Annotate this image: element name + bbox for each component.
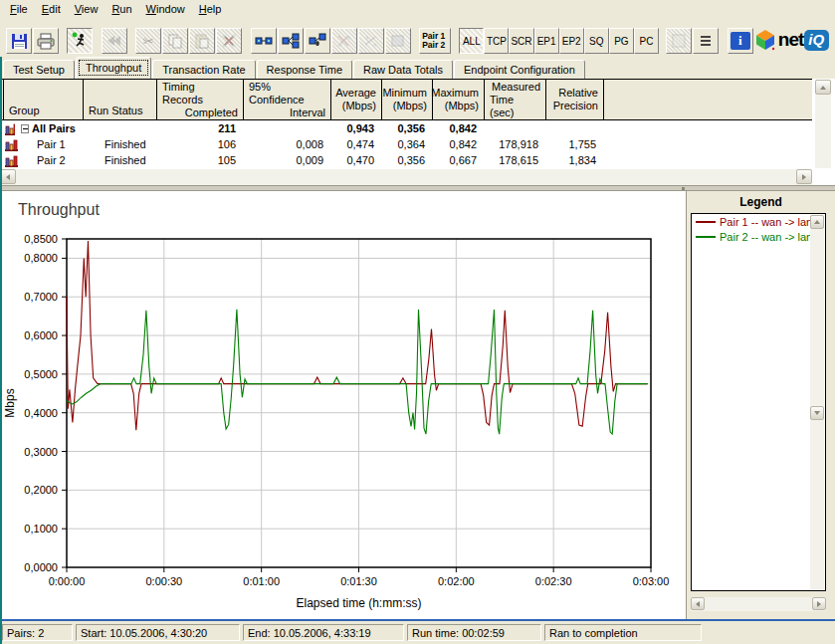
run-icon — [71, 32, 89, 50]
collapse-toggle[interactable] — [21, 124, 29, 133]
chart-row-icon — [5, 122, 15, 135]
save-button[interactable] — [6, 28, 32, 54]
results-table: Group Run Status Timing RecordsCompleted… — [0, 79, 835, 185]
tab-endpoint-configuration[interactable]: Endpoint Configuration — [454, 60, 585, 79]
toolbar: ✂ Pair 1 Pair — [0, 20, 835, 57]
svg-text:0,4000: 0,4000 — [24, 407, 58, 419]
disabled-pair-icon-2 — [363, 34, 379, 48]
svg-text:0:00:30: 0:00:30 — [145, 575, 182, 587]
status-start-time: Start: 10.05.2006, 4:30:20 — [76, 624, 240, 641]
menu-bar: File Edit View Run Window Help — [0, 0, 835, 20]
scroll-left-button[interactable] — [0, 169, 16, 184]
filter-button-pc[interactable]: PC — [634, 28, 659, 54]
chevron-left-icon — [3, 174, 10, 180]
menu-window[interactable]: Window — [139, 1, 192, 18]
column-header-group[interactable]: Group — [3, 80, 84, 119]
scroll-up-button[interactable] — [815, 80, 831, 95]
table-horizontal-scrollbar[interactable] — [0, 169, 812, 185]
tab-transaction-rate[interactable]: Transaction Rate — [152, 60, 255, 79]
menu-run[interactable]: Run — [104, 1, 138, 18]
column-header-timing-records[interactable]: Timing RecordsCompleted — [157, 80, 244, 119]
column-header-run-status[interactable]: Run Status — [84, 80, 157, 119]
tab-test-setup[interactable]: Test Setup — [3, 60, 75, 79]
run-button[interactable] — [67, 28, 93, 54]
report-view-button — [666, 28, 692, 54]
tab-response-time[interactable]: Response Time — [257, 60, 352, 79]
status-pairs: Pairs: 2 — [2, 624, 73, 641]
status-bar: Pairs: 2 Start: 10.05.2006, 4:30:20 End:… — [0, 619, 835, 644]
filter-button-all[interactable]: ALL — [459, 28, 484, 54]
filter-button-pg[interactable]: PG — [609, 28, 634, 54]
filter-button-sq[interactable]: SQ — [584, 28, 609, 54]
phone-pair-icon — [309, 33, 326, 49]
scroll-down-button[interactable] — [810, 406, 824, 420]
legend-entry[interactable]: Pair 2 -- wan -> lan — [692, 229, 825, 244]
multi-pair-icon — [282, 33, 300, 49]
legend-vertical-scrollbar[interactable] — [810, 215, 824, 589]
status-end-time: End: 10.05.2006, 4:33:19 — [243, 624, 404, 641]
column-header-maximum[interactable]: Maximum(Mbps) — [433, 80, 485, 119]
column-header-confidence[interactable]: 95% ConfidenceInterval — [244, 80, 331, 119]
filter-button-ep2[interactable]: EP2 — [559, 28, 584, 54]
legend-title: Legend — [687, 191, 835, 209]
filter-button-tcp[interactable]: TCP — [484, 28, 509, 54]
maximum-cell: 0,842 — [430, 122, 482, 134]
minimum-cell: 0,356 — [379, 154, 430, 166]
legend-horizontal-scrollbar[interactable] — [691, 597, 826, 611]
delete-button — [216, 28, 242, 54]
scroll-right-button[interactable] — [796, 169, 812, 184]
legend-entry-label: Pair 2 -- wan -> lan — [720, 231, 812, 243]
list-icon — [699, 35, 713, 47]
legend-entry[interactable]: Pair 1 -- wan -> lan — [692, 214, 825, 229]
pair-visibility-toggle-button[interactable]: Pair 1 Pair 2 — [419, 28, 451, 54]
menu-file[interactable]: File — [3, 1, 35, 18]
add-voip-pair-button[interactable] — [305, 28, 330, 54]
minimum-cell: 0,364 — [379, 138, 430, 150]
chevron-right-icon — [817, 601, 824, 607]
menu-help[interactable]: Help — [192, 1, 229, 18]
table-vertical-scrollbar[interactable] — [815, 80, 831, 168]
table-row-pair-2[interactable]: Pair 2 Finished 105 0,009 0,470 0,356 0,… — [0, 152, 812, 168]
svg-text:0:00:00: 0:00:00 — [49, 575, 86, 587]
column-header-measured-time[interactable]: MeasuredTime (sec) — [485, 80, 546, 119]
svg-text:0:01:30: 0:01:30 — [340, 575, 377, 587]
svg-text:Elapsed time (h:mm:ss): Elapsed time (h:mm:ss) — [296, 596, 421, 610]
print-icon — [37, 33, 55, 50]
scroll-up-button[interactable] — [810, 215, 824, 229]
group-label: All Pairs — [32, 122, 76, 134]
go-to-start-button — [102, 28, 127, 54]
paste-icon — [194, 33, 210, 49]
table-row-pair-1[interactable]: Pair 1 Finished 106 0,008 0,474 0,364 0,… — [0, 136, 812, 152]
svg-text:0,1000: 0,1000 — [24, 523, 58, 535]
confidence-cell: 0,008 — [241, 138, 328, 150]
delete-x-icon — [221, 33, 237, 49]
print-button[interactable] — [33, 28, 59, 54]
disabled-pair-tool-2 — [358, 28, 384, 54]
filter-button-ep1[interactable]: EP1 — [534, 28, 559, 54]
tab-throughput[interactable]: Throughput — [76, 57, 151, 79]
table-row-all-pairs[interactable]: All Pairs 211 0,943 0,356 0,842 — [0, 120, 812, 136]
chevron-up-icon — [814, 217, 820, 224]
help-info-button[interactable]: i — [728, 28, 753, 54]
menu-edit[interactable]: Edit — [35, 1, 68, 18]
scroll-right-button[interactable] — [812, 597, 826, 610]
list-view-button[interactable] — [693, 28, 719, 54]
disabled-pair-icon-1 — [336, 34, 352, 48]
svg-text:0:03:00: 0:03:00 — [633, 575, 670, 587]
maximum-cell: 0,842 — [430, 138, 482, 150]
column-header-minimum[interactable]: Minimum(Mbps) — [382, 80, 433, 119]
scissors-icon: ✂ — [143, 35, 154, 48]
menu-view[interactable]: View — [68, 1, 105, 18]
add-multi-pair-button[interactable] — [278, 28, 304, 54]
maximum-cell: 0,667 — [430, 154, 482, 166]
group-label: Pair 1 — [37, 138, 66, 150]
timing-records-cell: 211 — [154, 122, 241, 134]
scroll-left-button[interactable] — [691, 597, 705, 610]
netiq-cube-icon — [754, 29, 776, 51]
column-header-average[interactable]: Average(Mbps) — [331, 80, 382, 119]
pair-link-icon — [255, 35, 273, 47]
add-pair-button[interactable] — [251, 28, 277, 54]
tab-raw-data-totals[interactable]: Raw Data Totals — [353, 60, 453, 79]
column-header-relative-precision[interactable]: RelativePrecision — [546, 80, 604, 119]
filter-button-scr[interactable]: SCR — [509, 28, 533, 54]
